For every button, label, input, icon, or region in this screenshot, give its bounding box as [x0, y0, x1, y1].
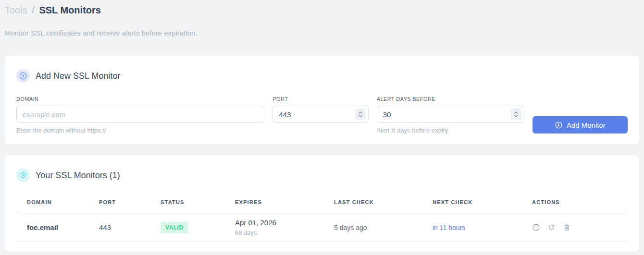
column-header-last-check: LAST CHECK [334, 194, 433, 212]
column-header-expires: EXPIRES [235, 194, 334, 212]
breadcrumb-separator: / [30, 5, 37, 15]
port-input[interactable] [272, 106, 368, 123]
monitor-expires-cell: Apr 01, 2026 68 days [235, 212, 334, 242]
ssl-monitors-page: Tools / SSL Monitors Monitor SSL certifi… [0, 0, 644, 252]
column-header-actions: ACTIONS [532, 194, 628, 212]
table-header-row: DOMAIN PORT STATUS EXPIRES LAST CHECK NE… [16, 194, 628, 212]
domain-helper-text: Enter the domain without https:// [16, 127, 264, 134]
add-monitor-card-header: Add New SSL Monitor [16, 69, 628, 83]
port-label: PORT [272, 96, 368, 102]
alert-days-label: ALERT DAYS BEFORE [377, 96, 524, 102]
alert-days-field-group: ALERT DAYS BEFORE Alert X days before ex… [377, 96, 524, 134]
monitors-table: DOMAIN PORT STATUS EXPIRES LAST CHECK NE… [16, 194, 628, 242]
plus-circle-icon [555, 121, 563, 129]
next-check: in 11 hours [433, 212, 532, 242]
domain-input[interactable] [16, 106, 264, 123]
info-button[interactable] [532, 223, 540, 231]
submit-column: Add Monitor [533, 96, 628, 134]
monitors-card-header: Your SSL Monitors (1) [16, 169, 628, 182]
domain-input-wrap [16, 106, 264, 123]
column-header-port: PORT [99, 194, 161, 212]
domain-label: DOMAIN [16, 96, 264, 102]
add-monitor-button-label: Add Monitor [567, 121, 606, 129]
port-input-wrap [272, 106, 368, 123]
port-stepper[interactable] [355, 109, 366, 120]
info-icon [532, 223, 540, 231]
monitors-card-title: Your SSL Monitors (1) [36, 170, 120, 181]
page-subtitle: Monitor SSL certificates and receive ale… [5, 29, 639, 37]
alert-days-stepper[interactable] [511, 109, 521, 120]
add-monitor-card-title: Add New SSL Monitor [36, 71, 120, 81]
status-badge: VALID [161, 222, 188, 233]
add-monitor-form: DOMAIN Enter the domain without https://… [16, 96, 628, 134]
alert-days-input[interactable] [377, 106, 524, 123]
expires-remaining: 68 days [235, 229, 334, 237]
breadcrumb: Tools / SSL Monitors [5, 4, 639, 16]
trash-icon [563, 223, 571, 231]
column-header-status: STATUS [161, 194, 235, 212]
port-field-group: PORT [272, 96, 368, 134]
expires-date: Apr 01, 2026 [235, 218, 334, 227]
add-monitor-card: Add New SSL Monitor DOMAIN Enter the dom… [5, 56, 639, 145]
alert-days-input-wrap [377, 106, 524, 123]
add-monitor-button[interactable]: Add Monitor [533, 116, 628, 134]
shield-icon [16, 169, 30, 182]
monitor-status-cell: VALID [161, 212, 235, 242]
monitor-port: 443 [99, 212, 161, 242]
alert-days-helper-text: Alert X days before expiry [377, 127, 524, 134]
row-actions [532, 223, 628, 231]
monitor-actions-cell [532, 212, 628, 242]
refresh-button[interactable] [547, 223, 556, 231]
breadcrumb-tools[interactable]: Tools [5, 5, 27, 15]
delete-button[interactable] [563, 223, 571, 231]
plus-circle-icon [16, 69, 30, 83]
column-header-next-check: NEXT CHECK [433, 194, 532, 212]
domain-field-group: DOMAIN Enter the domain without https:// [16, 96, 264, 134]
table-row: foe.email 443 VALID Apr 01, 2026 68 days… [16, 212, 628, 242]
column-header-domain: DOMAIN [16, 194, 99, 212]
refresh-icon [547, 223, 556, 231]
monitors-list-card: Your SSL Monitors (1) DOMAIN PORT STATUS… [5, 155, 639, 252]
page-title: SSL Monitors [39, 5, 101, 15]
monitor-domain: foe.email [16, 212, 99, 242]
last-check: 5 days ago [334, 212, 433, 242]
